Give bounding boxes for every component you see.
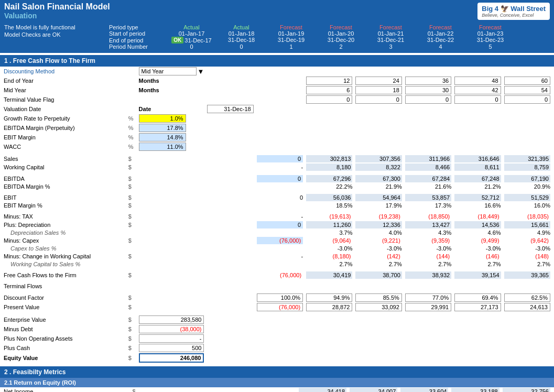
tvf-c5: 0 xyxy=(453,95,502,104)
df-c1: 100.0% xyxy=(255,293,305,302)
em-value[interactable]: 14.8% xyxy=(139,133,186,141)
ebit-row: EBIT $ 0 56,036 54,964 53,857 52,712 51,… xyxy=(2,193,552,202)
info-bar: The Model is fully functional Model Chec… xyxy=(0,22,554,53)
wc-c3: 8,322 xyxy=(354,163,403,171)
vd-c5 xyxy=(453,104,502,114)
equity-value: 246,080 xyxy=(139,353,204,363)
fcf-c5: 39,154 xyxy=(453,271,502,279)
df-label: Discount Factor xyxy=(2,293,127,302)
period-type-col2: Forecast xyxy=(266,24,316,30)
wcs-c4: 2.7% xyxy=(404,260,453,268)
period-type-col1: Actual xyxy=(216,24,266,30)
start-col1: 01-Jan-18 xyxy=(216,30,266,37)
emp-pct-c4: 21.6% xyxy=(404,183,453,190)
tax-c3: (19,238) xyxy=(354,212,403,221)
dep-c5: 14,536 xyxy=(453,221,502,229)
sales-c6: 321,395 xyxy=(503,155,552,163)
wc-input xyxy=(137,163,206,171)
dep-sales-label: Depreciation Sales % xyxy=(2,229,127,236)
nop-value-cell: - xyxy=(137,334,206,343)
end-period-cells: OK31-Dec-17 31-Dec-18 31-Dec-19 31-Dec-2… xyxy=(167,37,515,43)
my-c5: 42 xyxy=(453,85,502,95)
capex-sales-pct-row: Capex to Sales % -3.0% -3.0% -3.0% -3.0%… xyxy=(2,245,552,252)
df-unit: $ xyxy=(127,293,137,302)
my-c6: 54 xyxy=(503,85,552,95)
vd-c4 xyxy=(404,104,453,114)
cwc-c1: - xyxy=(255,252,305,260)
capex-sales-c4: -3.0% xyxy=(404,245,453,252)
disc-d5 xyxy=(453,67,502,76)
gr-value[interactable]: 1.0% xyxy=(139,114,186,123)
start-col3: 01-Jan-20 xyxy=(316,30,366,37)
app-subtitle: Valuation xyxy=(4,12,110,20)
discounting-dropdown-wrapper: Mid Year ▼ xyxy=(139,67,204,75)
period-type-row: Period type Actual Actual Forecast Forec… xyxy=(109,24,550,30)
end-col6: 31-Dec-23 xyxy=(465,37,515,43)
sales-c0 xyxy=(205,155,255,163)
dropdown-arrow-icon[interactable]: ▼ xyxy=(198,68,204,75)
ebitda-c6: 67,190 xyxy=(503,175,552,183)
wacc-value[interactable]: 11.0% xyxy=(139,143,186,151)
nop-spacer xyxy=(205,334,552,343)
capex-sales-c2: -3.0% xyxy=(305,245,354,252)
em-pct-c1 xyxy=(255,202,305,209)
vd-c3 xyxy=(354,104,403,114)
tvf-c4: 0 xyxy=(404,95,453,104)
ebit-c2: 56,036 xyxy=(305,193,354,202)
capex-sales-c3: -3.0% xyxy=(354,245,403,252)
section1-header: 1 . Free Cash Flow to The Firm xyxy=(0,55,554,67)
debt-value-cell: (38,000) xyxy=(137,324,206,334)
ebitda-input xyxy=(137,175,206,183)
growth-rate-row: Growth Rate to Perpetuity % 1.0% xyxy=(2,114,552,123)
num-col4: 3 xyxy=(366,43,416,50)
sales-c1: 0 xyxy=(255,155,305,163)
eoy-c1 xyxy=(255,76,305,85)
period-num-label: Period Number xyxy=(109,43,167,50)
capex-label: Minus: Capex xyxy=(2,236,127,245)
tax-c1: - xyxy=(255,212,305,221)
eoy-unit-label: Months xyxy=(137,76,206,85)
emp-value-cell: 17.8% xyxy=(137,123,206,133)
tax-unit: $ xyxy=(127,212,137,221)
capex-c3: (9,221) xyxy=(354,236,403,245)
fcf-c0 xyxy=(205,271,255,279)
start-col6: 01-Jan-23 xyxy=(465,30,515,37)
dep-sales-c2: 3.7% xyxy=(305,229,354,236)
gr-unit: % xyxy=(127,114,137,123)
em-pct-input xyxy=(137,202,206,209)
sales-input xyxy=(137,155,206,163)
wacc-value-cell: 11.0% xyxy=(137,142,206,151)
sales-c4: 311,966 xyxy=(404,155,453,163)
wcs-c0 xyxy=(205,260,255,268)
dep-sales-c4: 4.3% xyxy=(404,229,453,236)
cwc-unit: $ xyxy=(127,252,137,260)
emp-pct-input xyxy=(137,183,206,190)
wc-c4: 8,466 xyxy=(404,163,453,171)
cwc-input xyxy=(137,252,206,260)
debt-label: Minus Debt xyxy=(2,324,127,334)
em-pct-unit: $ xyxy=(127,202,137,209)
tf-label: Terminal Flows xyxy=(2,282,127,290)
vd-value[interactable]: 31-Dec-18 xyxy=(207,105,253,113)
equity-unit: $ xyxy=(127,353,137,363)
discounting-dropdown[interactable]: Mid Year xyxy=(139,67,197,75)
capex-unit: $ xyxy=(127,236,137,245)
nop-unit: $ xyxy=(127,334,137,343)
dep-input xyxy=(137,221,206,229)
num-col1: 0 xyxy=(216,43,266,50)
section2-header: 2 . Feasibilty Metrics xyxy=(0,366,554,378)
section2-table-area: Net Income $ 34,418 34,007 33,604 33,188… xyxy=(0,387,554,392)
dep-sales-c0 xyxy=(205,229,255,236)
ebitda-c4: 67,284 xyxy=(404,175,453,183)
capex-c2: (9,064) xyxy=(305,236,354,245)
em-pct-c0 xyxy=(205,202,255,209)
end-col1: 31-Dec-18 xyxy=(216,37,266,43)
gr-label: Growth Rate to Perpetuity xyxy=(2,114,127,123)
ebitda-c1: 0 xyxy=(255,175,305,183)
emp-value[interactable]: 17.8% xyxy=(139,124,186,132)
sales-c3: 307,356 xyxy=(354,155,403,163)
eoy-c3: 24 xyxy=(354,76,403,85)
cash-unit: $ xyxy=(127,343,137,353)
wcs-c2: 2.7% xyxy=(305,260,354,268)
ebit-c0 xyxy=(205,193,255,202)
